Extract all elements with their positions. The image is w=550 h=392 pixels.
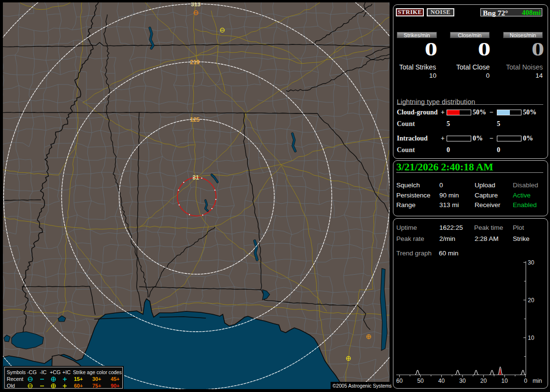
svg-text:40: 40 (438, 378, 445, 384)
svg-text:-IC: -IC (40, 369, 47, 375)
svg-text:-CG: -CG (27, 369, 37, 375)
svg-text:125: 125 (190, 116, 200, 123)
svg-text:20: 20 (480, 378, 487, 384)
svg-text:Old: Old (7, 383, 15, 388)
svg-text:30: 30 (459, 378, 466, 384)
svg-text:Recent: Recent (7, 376, 23, 382)
svg-text:Symbols: Symbols (7, 370, 26, 375)
svg-text:60: 60 (396, 378, 403, 384)
svg-text:30: 30 (528, 259, 535, 266)
svg-text:50: 50 (417, 378, 424, 384)
svg-text:min: min (533, 378, 542, 384)
svg-text:10: 10 (528, 335, 535, 341)
svg-text:0: 0 (524, 378, 527, 384)
svg-text:75+: 75+ (92, 383, 101, 388)
svg-text:+CG: +CG (50, 369, 61, 375)
svg-text:15+: 15+ (74, 376, 83, 382)
svg-text:20: 20 (528, 297, 535, 304)
svg-text:45+: 45+ (111, 376, 119, 382)
svg-text:60+: 60+ (74, 383, 83, 388)
svg-text:Strike age color codes: Strike age color codes (73, 370, 122, 375)
svg-text:90+: 90+ (111, 383, 119, 388)
svg-text:+IC: +IC (62, 369, 71, 375)
svg-text:31: 31 (192, 174, 199, 181)
svg-text:10: 10 (501, 378, 508, 384)
svg-text:30+: 30+ (92, 376, 101, 382)
svg-text:313: 313 (191, 2, 201, 8)
svg-text:219: 219 (190, 59, 200, 66)
